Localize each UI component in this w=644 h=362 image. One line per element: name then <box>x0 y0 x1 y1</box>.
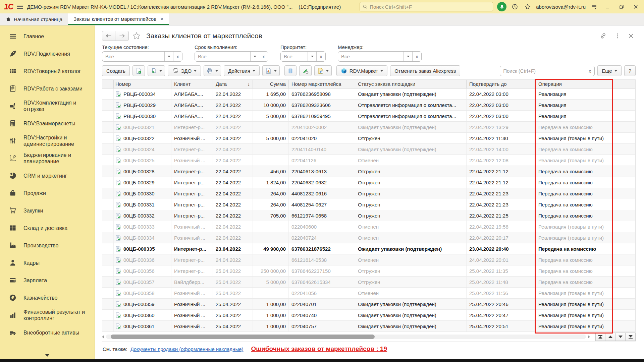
cell-sum[interactable]: 5 000,00 <box>253 277 289 287</box>
sidebar-item[interactable]: RDV:Товарный каталог <box>0 62 95 80</box>
cell-operation[interactable]: Передача на комиссию <box>536 144 612 155</box>
cell-date[interactable]: 22.04.2022 <box>213 111 253 121</box>
table-row[interactable]: 00ЦБ-000335Интернет-р...23.04.202249 900… <box>102 243 635 254</box>
sidebar-item[interactable]: RDV:Подключения <box>0 45 95 62</box>
cell-marketplace-number[interactable]: 022040757 <box>289 321 355 331</box>
cell-number[interactable]: 00ЦБ-000321 <box>114 122 171 132</box>
cell-empty[interactable] <box>612 100 635 110</box>
cell-empty[interactable] <box>612 177 635 188</box>
create-button[interactable]: Создать <box>102 65 130 76</box>
cell-date[interactable]: 25.04.2022 <box>213 321 253 331</box>
column-header[interactable]: Статус заказа площадки <box>355 80 467 88</box>
cell-empty[interactable] <box>612 88 635 99</box>
filter-combobox[interactable]: Всеx <box>195 51 268 62</box>
cell-client[interactable]: АЛИБАБА.... <box>171 100 213 110</box>
cell-confirm-by[interactable]: 25.04.2022 20:46 <box>467 299 536 309</box>
cell-client[interactable]: Розничный ... <box>171 288 213 298</box>
cell-date[interactable]: 22.04.2022 <box>213 232 253 243</box>
cell-sum[interactable]: 264,00 <box>253 199 289 210</box>
cell-sum[interactable] <box>253 288 289 298</box>
sidebar-item[interactable]: Финансовый результат и контроллинг <box>0 306 95 324</box>
cell-marketplace-status[interactable]: Ожидает упаковки (подтвержден) <box>355 299 467 309</box>
cell-marketplace-number[interactable]: 22041002-0002 <box>289 122 355 132</box>
cell-marketplace-number[interactable]: 022041056 <box>289 288 355 298</box>
cell-confirm-by[interactable]: 22.04.2022 14:00 <box>467 144 536 155</box>
cell-empty[interactable] <box>612 232 635 243</box>
cell-empty[interactable] <box>612 133 635 143</box>
cell-sum[interactable]: 1 000,00 <box>253 310 289 320</box>
cell-number[interactable]: 00ЦБ-000360 <box>114 310 171 320</box>
cell-empty[interactable] <box>612 265 635 276</box>
cell-client[interactable]: Интернет-р... <box>171 265 213 276</box>
service-menu-button[interactable] <box>590 2 598 11</box>
clear-search-button[interactable]: x <box>585 66 595 76</box>
cell-client[interactable]: Интернет-р... <box>171 243 213 254</box>
sidebar-item[interactable]: Бюджетирование и планирование <box>0 149 95 167</box>
cell-marketplace-number[interactable]: 022040600 <box>289 221 355 232</box>
global-search[interactable] <box>360 2 493 11</box>
cell-operation[interactable]: Передача на комиссию <box>536 210 612 221</box>
cell-sum[interactable] <box>253 232 289 243</box>
cell-marketplace-number[interactable]: 44081254-0627 <box>289 199 355 210</box>
sidebar-item[interactable]: Производство <box>0 237 95 254</box>
filter-value[interactable]: Все <box>102 52 164 61</box>
cell-date[interactable]: 22.04.2022 <box>213 166 253 177</box>
cell-marketplace-number[interactable]: 22040632-0632 <box>289 177 355 188</box>
cell-number[interactable]: 00ЦБ-000332 <box>114 210 171 221</box>
column-header[interactable]: Дата↓ <box>213 80 253 88</box>
table-row[interactable]: 00ЦБ-000336Интернет-р...24.04.2022661216… <box>102 254 635 265</box>
row-marker-cell[interactable] <box>102 310 114 320</box>
cell-date[interactable]: 22.04.2022 <box>213 88 253 99</box>
cell-number[interactable]: 00ЦБ-000331 <box>114 199 171 210</box>
cell-confirm-by[interactable]: 25.04.2022 11:48 <box>467 277 536 287</box>
cell-date[interactable]: 22.04.2022 <box>213 122 253 132</box>
cell-operation[interactable]: Передача на комиссию <box>536 254 612 265</box>
cell-client[interactable]: Интернет-р... <box>171 254 213 265</box>
row-marker-cell[interactable] <box>102 133 114 143</box>
sidebar-scroll-down-button[interactable] <box>0 351 95 359</box>
list-search[interactable] <box>500 66 585 76</box>
tab-home[interactable]: Начальная страница <box>0 13 68 25</box>
get-link-button[interactable] <box>599 32 607 40</box>
table-row[interactable]: РВЦБ-000034АЛИБАБА....22.04.20221 695,00… <box>102 88 635 100</box>
cell-sum[interactable]: 456,00 <box>253 166 289 177</box>
form-menu-button[interactable] <box>614 33 621 39</box>
cell-confirm-by[interactable]: 25.04.2022 20:51 <box>467 321 536 331</box>
dropdown-button[interactable] <box>404 52 412 61</box>
dropdown-button[interactable] <box>250 52 259 61</box>
cell-marketplace-status[interactable]: Ожидает упаковки (подтвержден) <box>355 144 467 155</box>
tab-close-icon[interactable]: × <box>160 16 163 22</box>
close-window-button[interactable] <box>631 2 641 11</box>
sidebar-item[interactable]: CRM и маркетинг <box>0 167 95 184</box>
table-row[interactable]: 00ЦБ-000333Розничный ...22.04.2022022040… <box>102 221 635 232</box>
cell-marketplace-number[interactable]: 63786209323606 <box>289 100 355 110</box>
cell-date[interactable]: 22.04.2022 <box>213 210 253 221</box>
filter-value[interactable]: Все <box>281 52 308 61</box>
row-marker-cell[interactable] <box>102 221 114 232</box>
cell-number[interactable]: 00ЦБ-000322 <box>114 133 171 143</box>
cell-client[interactable]: Интернет-р... <box>171 122 213 132</box>
row-marker-cell[interactable] <box>102 265 114 276</box>
row-marker-cell[interactable] <box>102 144 114 155</box>
cell-client[interactable]: Розничный ... <box>171 299 213 309</box>
cell-number[interactable]: 00ЦБ-000330 <box>114 188 171 199</box>
column-header[interactable]: Номер маркетплейса <box>289 80 355 88</box>
cell-confirm-by[interactable]: 22.04.2022 12:08 <box>467 155 536 166</box>
cell-sum[interactable]: 1 000,00 <box>253 299 289 309</box>
row-marker-cell[interactable] <box>102 299 114 309</box>
tab-marketplace-orders[interactable]: Заказы клиентов от маркетплейсов × <box>68 13 169 25</box>
filter-combobox[interactable]: Всеx <box>102 51 182 62</box>
cell-marketplace-status[interactable]: Отгружен <box>355 277 467 287</box>
cell-client[interactable]: Розничный ... <box>171 221 213 232</box>
cell-number[interactable]: 00ЦБ-000334 <box>114 232 171 243</box>
cell-confirm-by[interactable]: 23.04.2022 20:40 <box>467 243 536 254</box>
cell-sum[interactable] <box>253 122 289 132</box>
sidebar-item[interactable]: Закупки <box>0 202 95 219</box>
cell-marketplace-number[interactable]: 63786462615334 <box>289 277 355 287</box>
cell-marketplace-number[interactable]: 63786462237150 <box>289 265 355 276</box>
restore-button[interactable] <box>616 2 627 11</box>
cell-confirm-by[interactable]: 22.04.2022 21:23 <box>467 188 536 199</box>
cell-sum[interactable]: 1 695,00 <box>253 88 289 99</box>
cell-number[interactable]: РВЦБ-000030 <box>114 111 171 121</box>
column-header[interactable]: Сумма <box>253 80 289 88</box>
